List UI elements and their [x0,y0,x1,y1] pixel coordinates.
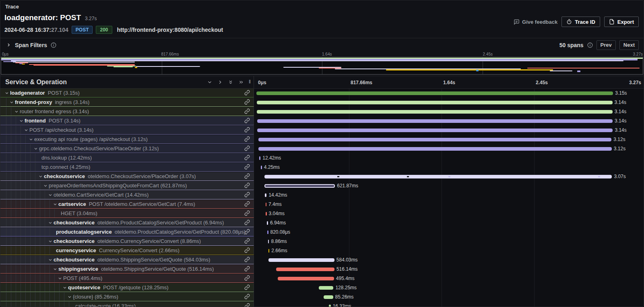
span-name-cell[interactable]: checkoutservice oteldemo.CheckoutService… [0,172,254,181]
collapse-all-icon[interactable] [228,79,233,85]
span-link-icon[interactable] [244,229,250,236]
chevron-down-icon[interactable] [38,174,44,179]
span-link-icon[interactable] [244,275,250,282]
give-feedback-link[interactable]: Give feedback [514,19,557,25]
span-bar[interactable] [268,258,334,262]
span-name-cell[interactable]: currencyservice CurrencyService/Convert … [0,246,254,255]
span-row[interactable]: frontend-proxy ingress (3.14s) 3.14s [0,98,644,107]
span-link-icon[interactable] [244,127,250,134]
span-name-cell[interactable]: productcatalogservice oteldemo.ProductCa… [0,228,254,236]
span-name-cell[interactable]: router frontend egress (3.14s) [0,107,254,116]
trace-id-button[interactable]: Trace ID [561,17,600,27]
span-link-icon[interactable] [244,284,250,292]
span-row[interactable]: loadgenerator POST (3.15s) 3.15s [0,89,644,98]
chevron-down-icon[interactable] [67,295,73,299]
chevron-down-icon[interactable] [48,257,54,262]
span-link-icon[interactable] [244,294,250,301]
span-bar[interactable] [257,119,613,123]
chevron-down-icon[interactable] [29,137,34,142]
span-row[interactable]: POST /api/checkout (3.14s) 3.14s [0,126,644,135]
span-link-icon[interactable] [244,164,250,171]
span-row[interactable]: shippingservice oteldemo.ShippingService… [0,265,644,274]
span-link-icon[interactable] [244,210,250,218]
span-bar[interactable] [267,230,268,234]
span-bar[interactable] [261,166,262,169]
span-name-cell[interactable]: loadgenerator POST (3.15s) [0,89,254,97]
minimap-canvas[interactable] [1,57,643,75]
span-row[interactable]: prepareOrderItemsAndShippingQuoteFromCar… [0,181,644,191]
span-link-icon[interactable] [244,192,250,199]
span-name-cell[interactable]: POST /api/checkout (3.14s) [0,126,254,135]
span-row[interactable]: {closure} (85.26ms) 85.26ms [0,292,644,302]
span-name-cell[interactable]: quoteservice POST /getquote (128.25ms) [0,283,254,292]
span-name-cell[interactable]: dns.lookup (12.42ms) [0,154,254,162]
chevron-down-icon[interactable] [43,183,49,188]
span-name-cell[interactable]: frontend-proxy ingress (3.14s) [0,98,254,107]
span-bar[interactable] [266,203,267,206]
span-row[interactable]: tcp.connect (4.25ms) 4.25ms [0,163,644,172]
span-name-cell[interactable]: checkoutservice oteldemo.CurrencyService… [0,237,254,246]
span-name-cell[interactable]: oteldemo.CartService/GetCart (14.42ms) [0,191,254,199]
next-button[interactable]: Next [619,40,639,50]
span-bar[interactable] [258,147,612,151]
span-row[interactable]: executing api route (pages) /api/checkou… [0,135,644,144]
span-link-icon[interactable] [244,155,250,162]
span-link-icon[interactable] [244,136,250,143]
span-bar[interactable] [259,156,260,160]
span-row[interactable]: frontend POST (3.14s) 3.14s [0,116,644,126]
span-link-icon[interactable] [244,201,250,208]
chevron-down-icon[interactable] [19,118,25,123]
chevron-down-icon[interactable] [53,202,58,207]
span-row[interactable]: calculate-quote (16.33ms) 16.33ms [0,302,644,307]
span-link-icon[interactable] [244,90,250,97]
span-name-cell[interactable]: cartservice POST /oteldemo.CartService/G… [0,200,254,209]
trace-minimap[interactable]: 0μs 817.66ms 1.64s 2.45s 3.27s [0,52,644,76]
span-name-cell[interactable]: tcp.connect (4.25ms) [0,163,254,172]
span-row[interactable]: HGET (3.04ms) 3.04ms [0,209,644,218]
span-link-icon[interactable] [244,266,250,273]
chevron-down-icon[interactable] [33,146,39,151]
span-link-icon[interactable] [244,238,250,245]
chevron-down-icon[interactable] [48,239,54,244]
expand-all-icon[interactable] [238,79,244,85]
chevron-down-icon[interactable] [58,276,63,281]
chevron-down-icon[interactable] [53,267,58,272]
span-name-cell[interactable]: checkoutservice oteldemo.ShippingService… [0,255,254,264]
chevron-down-icon[interactable] [14,109,20,114]
span-bar[interactable] [256,91,613,95]
span-name-cell[interactable]: prepareOrderItemsAndShippingQuoteFromCar… [0,181,254,190]
span-name-cell[interactable]: HGET (3.04ms) [0,209,254,218]
span-name-cell[interactable]: shippingservice oteldemo.ShippingService… [0,265,254,274]
span-row[interactable]: POST (495.4ms) 495.4ms [0,274,644,283]
span-bar[interactable] [329,305,331,307]
span-bar[interactable] [268,240,269,243]
span-row[interactable]: checkoutservice oteldemo.CurrencyService… [0,237,644,246]
column-resize-grip[interactable]: ‖ [249,79,251,85]
chevron-down-icon[interactable] [48,220,54,225]
span-row[interactable]: dns.lookup (12.42ms) 12.42ms [0,154,644,163]
span-row[interactable]: oteldemo.CartService/GetCart (14.42ms) 1… [0,191,644,200]
expand-one-icon[interactable] [217,79,223,85]
span-link-icon[interactable] [244,118,250,125]
span-bar[interactable] [257,129,613,132]
span-row[interactable]: cartservice POST /oteldemo.CartService/G… [0,200,644,209]
span-bar[interactable] [319,286,333,290]
span-bar[interactable] [266,212,267,216]
span-bar[interactable] [257,101,612,104]
span-name-cell[interactable]: {closure} (85.26ms) [0,292,254,301]
span-filters-toggle[interactable]: Span Filters [6,42,56,48]
chevron-down-icon[interactable] [4,91,10,95]
span-bar[interactable] [276,268,334,271]
span-link-icon[interactable] [244,145,250,153]
span-name-cell[interactable]: POST (495.4ms) [0,274,254,283]
span-link-icon[interactable] [244,303,250,307]
collapse-one-icon[interactable] [207,79,213,85]
span-bar[interactable] [264,184,335,188]
span-link-icon[interactable] [244,183,250,190]
chevron-down-icon[interactable] [9,100,15,105]
span-bar[interactable] [265,193,266,197]
span-row[interactable]: currencyservice CurrencyService/Convert … [0,246,644,255]
span-link-icon[interactable] [244,108,250,116]
chevron-down-icon[interactable] [48,193,54,197]
span-bar[interactable] [267,221,268,225]
